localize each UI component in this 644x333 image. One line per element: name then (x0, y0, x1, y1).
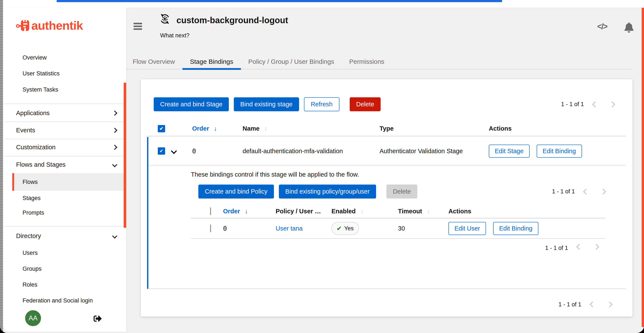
page-load-progress-bar (57, 0, 502, 2)
sidebar-item-groups[interactable]: Groups (22, 261, 42, 276)
expanded-policy-bindings-section: These bindings control if this stage wil… (148, 165, 626, 251)
sidebar-group-applications[interactable]: Applications (16, 105, 116, 121)
pagination-policy-top: 1 - 1 of 1 (552, 185, 605, 198)
sidebar-item-users[interactable]: Users (22, 245, 38, 261)
previous-page-icon[interactable] (592, 101, 598, 107)
pagination-label: 1 - 1 of 1 (558, 301, 581, 308)
tab-label: Stage Bindings (190, 58, 233, 65)
delete-policy-button[interactable]: Delete (386, 185, 417, 198)
top-strip (0, 0, 644, 8)
column-timeout[interactable]: Timeout ↕ (398, 208, 448, 215)
collapse-caret-icon[interactable] (171, 148, 177, 154)
next-page-icon[interactable] (607, 301, 613, 307)
policy-table-row[interactable]: 0 User tana ✔ Yes 30 Edit User Edit Bind… (191, 218, 605, 239)
avatar[interactable]: AA (25, 310, 41, 326)
next-page-icon[interactable] (600, 188, 606, 194)
chevron-right-icon (112, 110, 117, 116)
sidebar-item-stages[interactable]: Stages (22, 190, 40, 206)
authentik-logo-icon (16, 19, 30, 32)
sidebar-group-flows-and-stages[interactable]: Flows and Stages (16, 157, 116, 172)
table-row[interactable]: ✔ 0 default-authentication-mfa-validatio… (148, 137, 626, 165)
sidebar-item-overview[interactable]: Overview (22, 50, 47, 65)
user-link[interactable]: User tana (276, 225, 303, 232)
active-indicator (12, 173, 14, 191)
edit-binding-button[interactable]: Edit Binding (493, 222, 538, 235)
api-code-icon[interactable]: </> (597, 22, 607, 31)
row-checkbox[interactable] (210, 224, 211, 232)
sidebar-item-label: Users (22, 250, 38, 256)
column-type: Type (377, 125, 486, 132)
tab-label: Policy / Group / User Bindings (248, 58, 334, 65)
window-edge (0, 0, 3, 333)
sidebar-item-federation-social-login[interactable]: Federation and Social login (22, 293, 93, 308)
page-title: custom-background-logout (176, 16, 288, 25)
column-name[interactable]: Name ↕ (239, 125, 377, 132)
tab-label: Flow Overview (133, 58, 175, 65)
edit-stage-button[interactable]: Edit Stage (489, 145, 530, 158)
pagination-top: 1 - 1 of 1 (561, 97, 614, 111)
next-page-icon[interactable] (609, 101, 615, 107)
sign-out-icon[interactable] (94, 314, 102, 323)
edit-binding-button[interactable]: Edit Binding (537, 145, 582, 158)
sidebar-item-prompts[interactable]: Prompts (22, 205, 44, 220)
flow-stage-icon (160, 13, 170, 25)
sidebar-group-label: Customization (16, 144, 56, 151)
sidebar-item-flows[interactable]: Flows (12, 173, 126, 191)
chevron-down-icon (112, 162, 117, 167)
brand-name: authentik (31, 19, 83, 33)
previous-page-icon[interactable] (583, 188, 589, 194)
sidebar-group-events[interactable]: Events (16, 122, 116, 138)
tab-flow-overview[interactable]: Flow Overview (125, 55, 182, 70)
sidebar-group-customization[interactable]: Customization (16, 139, 116, 155)
sidebar-item-system-tasks[interactable]: System Tasks (22, 82, 58, 97)
create-and-bind-stage-button[interactable]: Create and bind Stage (154, 97, 229, 111)
delete-button[interactable]: Delete (350, 97, 380, 111)
create-and-bind-policy-button[interactable]: Create and bind Policy (198, 185, 274, 198)
row-checkbox[interactable]: ✔ (158, 147, 165, 155)
sidebar-group-directory[interactable]: Directory (16, 228, 116, 244)
previous-page-icon[interactable] (576, 244, 582, 250)
policy-toolbar: Create and bind Policy Bind existing pol… (191, 185, 605, 198)
select-all-checkbox[interactable]: ✔ (158, 125, 165, 132)
sidebar-toggle-hamburger-icon[interactable] (134, 23, 142, 30)
stage-bindings-card: Create and bind Stage Bind existing stag… (141, 79, 632, 316)
next-page-icon[interactable] (593, 244, 599, 250)
expanded-stage-row-wrapper: ✔ 0 default-authentication-mfa-validatio… (147, 137, 626, 289)
sidebar-item-roles[interactable]: Roles (22, 277, 37, 292)
bind-existing-stage-button[interactable]: Bind existing stage (234, 97, 299, 111)
sidebar-group-label: Events (16, 127, 35, 134)
page-scrollbar[interactable] (642, 8, 644, 327)
column-policy-user: Policy / User … (276, 208, 332, 215)
sidebar-item-label: Prompts (22, 209, 44, 216)
enabled-badge: ✔ Yes (332, 222, 359, 235)
stage-table-header: ✔ Order ↓ Name ↕ Type Actions (147, 121, 626, 136)
select-all-checkbox[interactable] (210, 207, 211, 215)
sidebar-item-user-statistics[interactable]: User Statistics (22, 66, 60, 81)
pagination-label: 1 - 1 of 1 (552, 188, 575, 195)
pagination-label: 1 - 1 of 1 (545, 245, 568, 251)
sort-icon: ↕ (427, 208, 430, 215)
column-actions: Actions (486, 125, 626, 132)
column-order[interactable]: Order ↓ (223, 208, 276, 215)
sidebar-scrollbar[interactable] (124, 83, 126, 228)
sidebar-item-label: User Statistics (22, 70, 60, 77)
tab-permissions[interactable]: Permissions (342, 55, 392, 70)
edit-user-button[interactable]: Edit User (448, 222, 486, 235)
sort-descending-icon: ↓ (245, 208, 248, 215)
sort-descending-icon: ↓ (214, 125, 217, 132)
page-subtitle[interactable]: What next? (160, 32, 190, 39)
policy-order-value: 0 (223, 225, 227, 232)
sidebar-item-label: Flows (22, 173, 38, 191)
previous-page-icon[interactable] (590, 301, 596, 307)
chevron-right-icon (112, 145, 117, 150)
refresh-button[interactable]: Refresh (304, 97, 340, 111)
tab-policy-group-user-bindings[interactable]: Policy / Group / User Bindings (241, 55, 342, 70)
sidebar-item-label: Stages (22, 195, 40, 201)
column-enabled[interactable]: Enabled ↕ (332, 208, 398, 215)
tab-stage-bindings[interactable]: Stage Bindings (182, 55, 241, 70)
notifications-bell-icon[interactable] (624, 22, 634, 34)
bind-existing-policy-button[interactable]: Bind existing policy/group/user (279, 185, 376, 198)
column-order[interactable]: Order ↓ (189, 125, 239, 132)
stage-type-value: Authenticator Validation Stage (377, 148, 486, 155)
sort-icon: ↕ (360, 208, 364, 215)
